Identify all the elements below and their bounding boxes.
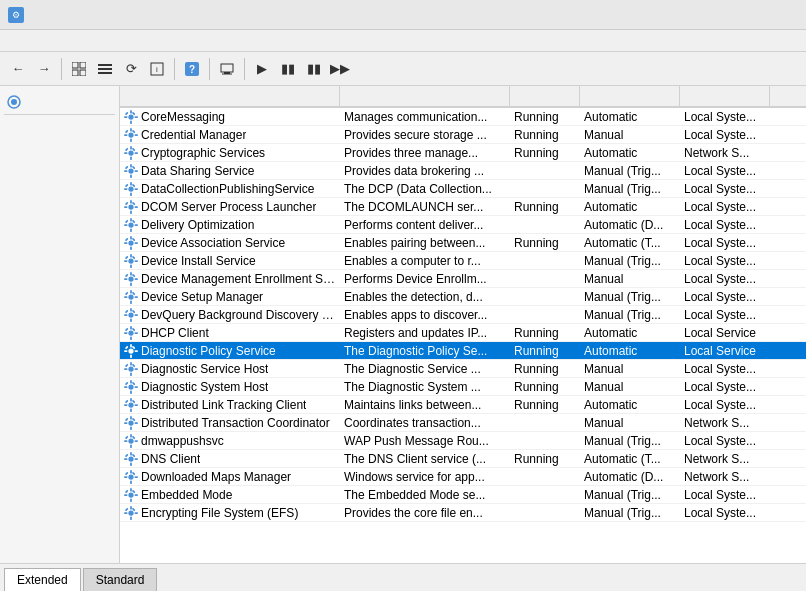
- maximize-button[interactable]: [704, 0, 750, 30]
- svg-rect-96: [124, 314, 128, 316]
- table-row[interactable]: Credential ManagerProvides secure storag…: [120, 126, 806, 144]
- table-row[interactable]: Cryptographic ServicesProvides three man…: [120, 144, 806, 162]
- toolbar-back[interactable]: ←: [6, 57, 30, 81]
- svg-rect-109: [130, 354, 132, 358]
- svg-rect-108: [130, 344, 132, 348]
- service-startup-cell: Manual (Trig...: [580, 432, 680, 449]
- col-header-logon[interactable]: [680, 86, 770, 106]
- col-header-status[interactable]: [510, 86, 580, 106]
- svg-point-72: [128, 258, 133, 263]
- toolbar-help[interactable]: ?: [180, 57, 204, 81]
- svg-point-37: [128, 168, 133, 173]
- toolbar-export[interactable]: i: [145, 57, 169, 81]
- service-startup-cell: Manual (Trig...: [580, 252, 680, 269]
- service-name: Device Setup Manager: [141, 290, 263, 304]
- table-row[interactable]: dmwappushsvcWAP Push Message Rou...Manua…: [120, 432, 806, 450]
- svg-rect-137: [130, 426, 132, 430]
- service-name: Cryptographic Services: [141, 146, 265, 160]
- table-row[interactable]: Data Sharing ServiceProvides data broker…: [120, 162, 806, 180]
- service-logon-cell: Local Syste...: [680, 126, 770, 143]
- service-name: Diagnostic System Host: [141, 380, 268, 394]
- toolbar-stop[interactable]: ▮▮: [276, 57, 300, 81]
- service-status-cell: Running: [510, 324, 580, 341]
- table-row[interactable]: Distributed Transaction CoordinatorCoord…: [120, 414, 806, 432]
- service-icon: [124, 272, 138, 286]
- table-row[interactable]: DevQuery Background Discovery BrokerEnab…: [120, 306, 806, 324]
- table-row[interactable]: Embedded ModeThe Embedded Mode se...Manu…: [120, 486, 806, 504]
- column-headers: [120, 86, 806, 108]
- service-logon-cell: Local Syste...: [680, 378, 770, 395]
- tab-extended[interactable]: Extended: [4, 568, 81, 591]
- service-icon: [124, 398, 138, 412]
- svg-rect-91: [125, 291, 129, 295]
- table-row[interactable]: Device Setup ManagerEnables the detectio…: [120, 288, 806, 306]
- svg-rect-59: [130, 218, 132, 222]
- table-row[interactable]: DataCollectionPublishingServiceThe DCP (…: [120, 180, 806, 198]
- table-row[interactable]: Device Management Enrollment ServicePerf…: [120, 270, 806, 288]
- service-name: Embedded Mode: [141, 488, 232, 502]
- toolbar-computer[interactable]: [215, 57, 239, 81]
- service-startup-cell: Manual (Trig...: [580, 180, 680, 197]
- menu-action[interactable]: [20, 39, 36, 43]
- service-desc-cell: The Diagnostic System ...: [340, 378, 510, 395]
- svg-text:?: ?: [189, 64, 195, 75]
- col-header-startup[interactable]: [580, 86, 680, 106]
- service-logon-cell: Local Syste...: [680, 288, 770, 305]
- table-row[interactable]: Device Association ServiceEnables pairin…: [120, 234, 806, 252]
- minimize-button[interactable]: [656, 0, 702, 30]
- svg-rect-146: [135, 440, 139, 442]
- toolbar-play[interactable]: ▶: [250, 57, 274, 81]
- table-row[interactable]: Diagnostic Service HostThe Diagnostic Se…: [120, 360, 806, 378]
- tab-standard[interactable]: Standard: [83, 568, 158, 591]
- close-button[interactable]: [752, 0, 798, 30]
- col-header-name[interactable]: [120, 86, 340, 106]
- menu-view[interactable]: [36, 39, 52, 43]
- service-logon-cell: Local Syste...: [680, 486, 770, 503]
- toolbar-list[interactable]: [93, 57, 117, 81]
- service-logon-cell: Network S...: [680, 414, 770, 431]
- toolbar-refresh[interactable]: ⟳: [119, 57, 143, 81]
- service-desc-cell: Coordinates transaction...: [340, 414, 510, 431]
- menu-help[interactable]: [52, 39, 68, 43]
- menu-file[interactable]: [4, 39, 20, 43]
- table-row[interactable]: Distributed Link Tracking ClientMaintain…: [120, 396, 806, 414]
- table-row[interactable]: CoreMessagingManages communication...Run…: [120, 108, 806, 126]
- service-desc-cell: Performs content deliver...: [340, 216, 510, 233]
- svg-rect-117: [124, 368, 128, 370]
- toolbar-sep4: [244, 58, 245, 80]
- svg-point-135: [128, 420, 133, 425]
- svg-point-15: [11, 99, 17, 105]
- service-name-cell: dmwappushsvc: [120, 432, 340, 449]
- table-row[interactable]: Diagnostic System HostThe Diagnostic Sys…: [120, 378, 806, 396]
- service-name: Diagnostic Service Host: [141, 362, 268, 376]
- table-row[interactable]: Delivery OptimizationPerforms content de…: [120, 216, 806, 234]
- service-name: Distributed Link Tracking Client: [141, 398, 306, 412]
- service-startup-cell: Automatic: [580, 342, 680, 359]
- service-desc-cell: Maintains links between...: [340, 396, 510, 413]
- table-row[interactable]: Diagnostic Policy ServiceThe Diagnostic …: [120, 342, 806, 360]
- toolbar-pause[interactable]: ▮▮: [302, 57, 326, 81]
- svg-rect-144: [130, 444, 132, 448]
- service-startup-cell: Manual: [580, 378, 680, 395]
- col-header-description[interactable]: [340, 86, 510, 106]
- services-list[interactable]: CoreMessagingManages communication...Run…: [120, 108, 806, 563]
- service-desc-cell: Registers and updates IP...: [340, 324, 510, 341]
- toolbar-grid[interactable]: [67, 57, 91, 81]
- svg-rect-69: [135, 242, 139, 244]
- service-startup-cell: Automatic: [580, 198, 680, 215]
- service-status-cell: Running: [510, 198, 580, 215]
- service-startup-cell: Automatic: [580, 396, 680, 413]
- toolbar-forward[interactable]: →: [32, 57, 56, 81]
- table-row[interactable]: Device Install ServiceEnables a computer…: [120, 252, 806, 270]
- toolbar-restart[interactable]: ▶▶: [328, 57, 352, 81]
- table-row[interactable]: DCOM Server Process LauncherThe DCOMLAUN…: [120, 198, 806, 216]
- table-row[interactable]: Encrypting File System (EFS)Provides the…: [120, 504, 806, 522]
- service-status-cell: Running: [510, 450, 580, 467]
- table-row[interactable]: DNS ClientThe DNS Client service (...Run…: [120, 450, 806, 468]
- service-name-cell: Device Association Service: [120, 234, 340, 251]
- svg-rect-19: [124, 116, 128, 118]
- table-row[interactable]: Downloaded Maps ManagerWindows service f…: [120, 468, 806, 486]
- service-desc-cell: WAP Push Message Rou...: [340, 432, 510, 449]
- service-logon-cell: Local Service: [680, 342, 770, 359]
- table-row[interactable]: DHCP ClientRegisters and updates IP...Ru…: [120, 324, 806, 342]
